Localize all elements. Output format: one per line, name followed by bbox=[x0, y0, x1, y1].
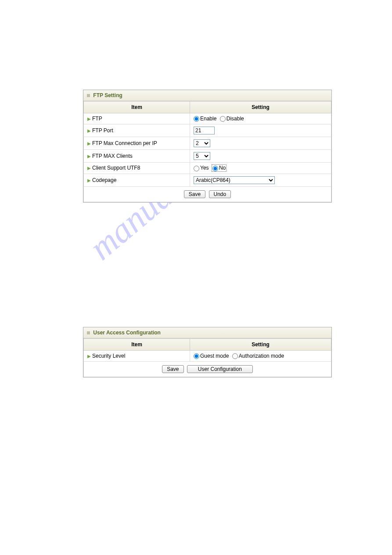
ftp-maxconn-label: FTP Max Connection per IP bbox=[92, 140, 157, 146]
ftp-row: ▶FTP Enable Disable bbox=[84, 113, 331, 124]
user-header-item: Item bbox=[84, 339, 190, 351]
ftp-maxconn-row: ▶FTP Max Connection per IP 2 bbox=[84, 137, 331, 150]
ftp-panel-title: FTP Setting bbox=[83, 90, 331, 101]
ftp-enable-radio[interactable] bbox=[194, 116, 199, 122]
undo-button[interactable]: Undo bbox=[209, 190, 231, 198]
guest-mode-label: Guest mode bbox=[200, 353, 229, 359]
user-access-panel: User Access Configuration Item Setting ▶… bbox=[83, 327, 332, 377]
user-panel-title: User Access Configuration bbox=[83, 327, 331, 338]
ftp-header-item: Item bbox=[84, 102, 190, 113]
auth-mode-radio[interactable] bbox=[232, 353, 238, 359]
ftp-enable-label: Enable bbox=[200, 116, 216, 122]
ftp-maxclients-label: FTP MAX Clients bbox=[92, 153, 133, 159]
ftp-maxclients-row: ▶FTP MAX Clients 5 bbox=[84, 150, 331, 163]
triangle-icon: ▶ bbox=[87, 354, 91, 359]
ftp-maxconn-select[interactable]: 2 bbox=[194, 139, 210, 147]
ftp-disable-label: Disable bbox=[227, 116, 244, 122]
ftp-table: Item Setting ▶FTP Enable Disable ▶FTP Po… bbox=[83, 101, 331, 202]
ftp-utf8-label: Client Support UTF8 bbox=[92, 165, 140, 171]
ftp-disable-radio[interactable] bbox=[220, 116, 226, 122]
ftp-port-label: FTP Port bbox=[92, 127, 113, 134]
triangle-icon: ▶ bbox=[87, 154, 91, 159]
ftp-codepage-select[interactable]: Arabic(CP864) bbox=[194, 176, 275, 184]
user-button-row: Save User Configuration bbox=[84, 362, 331, 377]
save-button[interactable]: Save bbox=[184, 190, 205, 198]
utf8-yes-radio[interactable] bbox=[194, 166, 199, 171]
save-button[interactable]: Save bbox=[162, 365, 183, 373]
triangle-icon: ▶ bbox=[87, 141, 91, 146]
utf8-no-focus-box: No bbox=[212, 165, 226, 171]
user-header-setting: Setting bbox=[190, 339, 331, 351]
ftp-port-row: ▶FTP Port bbox=[84, 124, 331, 137]
security-label: Security Level bbox=[92, 353, 125, 359]
triangle-icon: ▶ bbox=[87, 178, 91, 183]
panel-bullet-icon bbox=[87, 331, 90, 334]
utf8-no-radio[interactable] bbox=[212, 166, 218, 171]
ftp-setting-panel: FTP Setting Item Setting ▶FTP Enable Dis… bbox=[83, 90, 332, 203]
ftp-utf8-row: ▶Client Support UTF8 Yes No bbox=[84, 163, 331, 174]
utf8-no-label: No bbox=[219, 165, 226, 171]
auth-mode-label: Authorization mode bbox=[239, 353, 284, 359]
triangle-icon: ▶ bbox=[87, 166, 91, 170]
ftp-label: FTP bbox=[92, 116, 102, 122]
ftp-header-setting: Setting bbox=[190, 102, 331, 113]
ftp-codepage-label: Codepage bbox=[92, 177, 116, 183]
user-configuration-button[interactable]: User Configuration bbox=[187, 365, 253, 373]
user-table: Item Setting ▶Security Level Guest mode … bbox=[83, 338, 331, 377]
triangle-icon: ▶ bbox=[87, 128, 91, 133]
security-row: ▶Security Level Guest mode Authorization… bbox=[84, 351, 331, 362]
ftp-maxclients-select[interactable]: 5 bbox=[194, 152, 210, 160]
ftp-panel-title-text: FTP Setting bbox=[93, 92, 122, 98]
user-panel-title-text: User Access Configuration bbox=[93, 330, 161, 336]
ftp-port-input[interactable] bbox=[194, 127, 215, 134]
panel-bullet-icon bbox=[87, 94, 90, 97]
utf8-yes-label: Yes bbox=[200, 165, 209, 171]
triangle-icon: ▶ bbox=[87, 116, 91, 121]
ftp-button-row: Save Undo bbox=[84, 186, 331, 202]
ftp-codepage-row: ▶Codepage Arabic(CP864) bbox=[84, 174, 331, 186]
guest-mode-radio[interactable] bbox=[194, 353, 199, 359]
